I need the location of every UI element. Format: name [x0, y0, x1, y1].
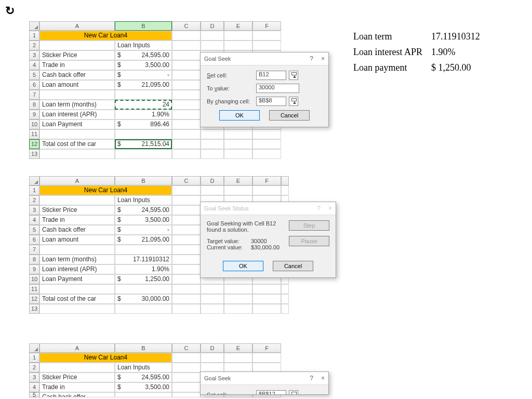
col-header-B[interactable]: B — [115, 21, 172, 31]
cell-label[interactable]: Sticker Price — [39, 373, 115, 382]
cell[interactable] — [172, 80, 201, 90]
cell[interactable] — [252, 353, 281, 363]
range-picker-icon[interactable] — [289, 390, 298, 394]
row-header[interactable]: 2 — [29, 363, 39, 373]
cell[interactable] — [39, 245, 115, 255]
cell[interactable] — [172, 235, 201, 245]
col-header-D[interactable]: D — [201, 343, 224, 353]
cell[interactable] — [172, 70, 201, 80]
cell[interactable] — [172, 185, 201, 195]
row-header[interactable]: 5 — [29, 225, 39, 235]
cell[interactable] — [224, 149, 252, 159]
cell-loan-term[interactable]: 24 — [115, 100, 172, 110]
loan-inputs-header[interactable]: Loan Inputs — [115, 41, 172, 50]
col-header-G[interactable] — [281, 176, 289, 185]
cell[interactable] — [172, 264, 201, 274]
pause-button[interactable]: Pause — [289, 236, 329, 246]
cancel-button[interactable]: Cancel — [269, 110, 310, 121]
cell-value[interactable]: $21,095.00 — [115, 80, 172, 90]
cell[interactable] — [172, 129, 201, 139]
loan-inputs-header[interactable]: Loan Inputs — [115, 195, 172, 205]
col-header-C[interactable]: C — [172, 343, 201, 353]
cell[interactable] — [115, 392, 172, 397]
col-header-F[interactable]: F — [252, 21, 281, 31]
to-value-input[interactable]: 30000 — [256, 84, 299, 93]
row-header[interactable]: 11 — [29, 129, 39, 139]
cell-label[interactable]: Loan term (months) — [39, 255, 115, 264]
cell[interactable] — [172, 90, 201, 100]
close-icon[interactable]: × — [321, 55, 325, 62]
row-header[interactable]: 2 — [29, 41, 39, 50]
select-all-corner[interactable] — [29, 176, 39, 185]
close-icon[interactable]: × — [328, 205, 332, 212]
cell-label[interactable]: Loan amount — [39, 235, 115, 245]
cell[interactable] — [201, 139, 224, 149]
cell-label[interactable]: Total cost of the car — [39, 294, 115, 304]
cell[interactable] — [172, 382, 201, 392]
ok-button[interactable]: OK — [219, 110, 260, 121]
cell[interactable] — [39, 304, 115, 314]
cell[interactable] — [252, 139, 281, 149]
col-header-F[interactable]: F — [252, 176, 281, 185]
cell-payment[interactable]: $896.46 — [115, 119, 172, 129]
cell[interactable] — [172, 119, 201, 129]
col-header-E[interactable]: E — [224, 343, 252, 353]
row-header[interactable]: 7 — [29, 90, 39, 100]
cell[interactable] — [224, 284, 252, 294]
cell[interactable] — [172, 294, 201, 304]
cell[interactable] — [172, 353, 201, 363]
by-changing-input[interactable]: $B$8 — [256, 97, 286, 106]
cell[interactable] — [201, 41, 224, 50]
cell-label[interactable]: Loan Payment — [39, 274, 115, 284]
cell-total-cost[interactable]: $21,515.04 — [115, 139, 172, 149]
row-header[interactable]: 1 — [29, 353, 39, 363]
cell[interactable] — [201, 304, 224, 314]
cell-value[interactable]: $24,595.00 — [115, 205, 172, 215]
cell[interactable] — [172, 284, 201, 294]
cell-label[interactable]: Cash back offer — [39, 70, 115, 80]
cell-label[interactable]: Sticker Price — [39, 50, 115, 60]
set-cell-input[interactable]: $B$12 — [256, 390, 286, 394]
cell[interactable] — [224, 304, 252, 314]
cell[interactable] — [172, 110, 201, 119]
cell-label[interactable]: Trade in — [39, 215, 115, 225]
cell[interactable] — [172, 50, 201, 60]
cell[interactable] — [281, 294, 289, 304]
row-header[interactable]: 9 — [29, 264, 39, 274]
cell[interactable] — [39, 149, 115, 159]
cell[interactable] — [201, 149, 224, 159]
row-header[interactable]: 11 — [29, 284, 39, 294]
sheet-title[interactable]: New Car Loan4 — [39, 185, 172, 195]
row-header[interactable]: 3 — [29, 373, 39, 382]
row-header[interactable]: 13 — [29, 149, 39, 159]
col-header-C[interactable]: C — [172, 176, 201, 185]
cell[interactable] — [201, 129, 224, 139]
row-header[interactable]: 6 — [29, 80, 39, 90]
cell-value[interactable]: $- — [115, 225, 172, 235]
cell[interactable] — [224, 353, 252, 363]
cell-value[interactable]: $3,500.00 — [115, 382, 172, 392]
cell[interactable] — [39, 195, 115, 205]
row-header[interactable]: 2 — [29, 195, 39, 205]
cell[interactable] — [172, 31, 201, 41]
col-header-A[interactable]: A — [39, 343, 115, 353]
help-icon[interactable]: ? — [310, 375, 313, 382]
cell[interactable] — [252, 185, 281, 195]
cell-apr[interactable]: 1.90% — [115, 110, 172, 119]
help-icon[interactable]: ? — [317, 205, 321, 212]
row-header[interactable]: 6 — [29, 235, 39, 245]
cell[interactable] — [172, 225, 201, 235]
cell-value[interactable]: $- — [115, 70, 172, 80]
cell[interactable] — [252, 41, 281, 50]
row-header[interactable]: 13 — [29, 304, 39, 314]
cell-value[interactable]: $24,595.00 — [115, 50, 172, 60]
row-header[interactable]: 4 — [29, 382, 39, 392]
cell[interactable] — [201, 284, 224, 294]
col-header-D[interactable]: D — [201, 21, 224, 31]
cell-apr[interactable]: 1.90% — [115, 264, 172, 274]
cell[interactable] — [172, 363, 201, 373]
row-header[interactable]: 12 — [29, 294, 39, 304]
sheet-title[interactable]: New Car Loan4 — [39, 31, 172, 41]
cell-label[interactable]: Loan amount — [39, 80, 115, 90]
cell-label[interactable]: Loan term (months) — [39, 100, 115, 110]
